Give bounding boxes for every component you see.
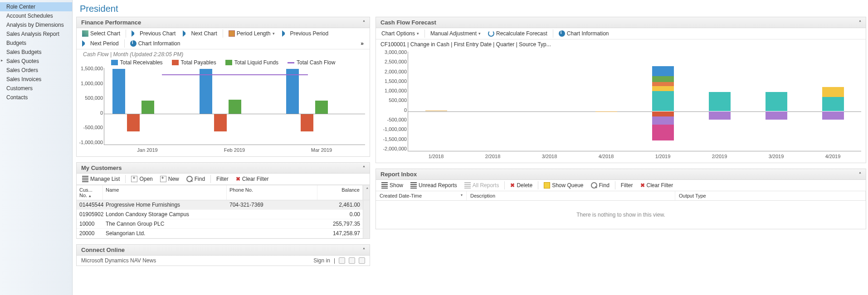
sidebar-item-customers[interactable]: Customers [0, 84, 72, 93]
my-customers-panel: My Customers ˄ Manage List Open New Find… [76, 162, 370, 239]
delete-icon: ✖ [510, 182, 515, 189]
manage-list-button[interactable]: Manage List [79, 175, 122, 183]
nav-news-label: Microsoft Dynamics NAV News [81, 257, 156, 264]
info-icon [130, 40, 137, 47]
next-icon [82, 40, 88, 47]
queue-icon [544, 182, 550, 189]
table-row[interactable]: 20000Selangorian Ltd.147,258.97 [77, 229, 363, 238]
scrollbar-stub[interactable]: ˄ [363, 185, 370, 200]
sidebar-item-budgets[interactable]: Budgets [0, 39, 72, 48]
sidebar-item-sales-budgets[interactable]: Sales Budgets [0, 48, 72, 57]
next-chart-button[interactable]: Next Chart [180, 29, 219, 38]
next-period-button[interactable]: Next Period [79, 39, 122, 48]
sidebar-item-role-center[interactable]: Role Center [0, 2, 72, 11]
previous-period-button[interactable]: Previous Period [279, 29, 332, 38]
unread-icon [410, 182, 417, 189]
finance-chart: 1,500,000 1,000,000 500,000 0 -500,000 -… [77, 66, 370, 156]
recalculate-button[interactable]: Recalculate Forecast [485, 29, 550, 38]
collapse-icon[interactable]: ˄ [363, 247, 365, 252]
column-header-phone[interactable]: Phone No. [227, 185, 317, 200]
share-icon[interactable] [359, 257, 365, 264]
chart-information-button[interactable]: Chart Information [556, 29, 612, 38]
unread-reports-button[interactable]: Unread Reports [408, 181, 460, 189]
sort-icon: ▾ [461, 193, 463, 197]
calendar-icon [229, 30, 235, 37]
finance-toolbar: Select Chart Previous Chart Next Chart P… [77, 28, 370, 49]
new-button[interactable]: New [157, 175, 182, 183]
delete-button[interactable]: ✖Delete [507, 181, 535, 189]
column-header-description[interactable]: Description [467, 191, 675, 200]
sidebar-item-sales-orders[interactable]: Sales Orders [0, 66, 72, 75]
collapse-icon[interactable]: ˄ [363, 165, 365, 170]
select-chart-button[interactable]: Select Chart [79, 29, 123, 38]
cash-chart: 3,000,0002,500,0002,000,0001,500,0001,00… [376, 49, 866, 163]
collapse-icon[interactable]: ˄ [859, 20, 861, 25]
page-title: President [73, 0, 868, 15]
cash-flow-forecast-panel: Cash Flow Forecast ˄ Chart Options Manua… [375, 17, 866, 163]
prev-icon [282, 30, 288, 37]
panel-title: Cash Flow Forecast [380, 19, 436, 26]
finance-performance-panel: Finance Performance ˄ Select Chart Previ… [76, 17, 370, 157]
panel-header: Finance Performance ˄ [77, 17, 370, 28]
customers-toolbar: Manage List Open New Find Filter ✖Clear … [77, 174, 370, 185]
column-header-created[interactable]: Created Date-Time▾ [376, 191, 467, 200]
collapse-icon[interactable]: ˄ [363, 20, 365, 25]
column-header-name[interactable]: Name [103, 185, 227, 200]
clear-filter-icon: ✖ [640, 182, 645, 189]
chart-icon [82, 30, 88, 37]
comment-icon[interactable] [349, 257, 355, 264]
show-icon [381, 182, 388, 189]
open-button[interactable]: Open [128, 175, 155, 183]
sidebar-item-sales-invoices[interactable]: Sales Invoices [0, 75, 72, 84]
sidebar-item-sales-quotes[interactable]: Sales Quotes [0, 57, 72, 66]
all-reports-button[interactable]: All Reports [462, 181, 502, 189]
filter-button[interactable]: Filter [214, 175, 231, 183]
column-header-balance[interactable]: Balance [317, 185, 363, 200]
customers-table-header: Cus... No.▲ Name Phone No. Balance ˄ [77, 185, 370, 200]
find-button[interactable]: Find [184, 175, 208, 183]
legend-swatch [111, 60, 118, 65]
table-row[interactable]: 01445544Progressive Home Furnishings704-… [77, 200, 363, 210]
more-button[interactable]: » [358, 39, 367, 48]
empty-message: There is nothing to show in this view. [376, 201, 866, 229]
column-header-no[interactable]: Cus... No.▲ [77, 185, 103, 200]
cash-subtitle: CF100001 | Change in Cash | First Entry … [376, 39, 866, 49]
sidebar-item-contacts[interactable]: Contacts [0, 93, 72, 102]
show-button[interactable]: Show [379, 181, 406, 189]
panel-title: Connect Online [81, 247, 125, 253]
chart-subtitle: Cash Flow | Month (Updated 2:28:05 PM) [77, 49, 370, 58]
refresh-icon [488, 30, 494, 37]
legend-swatch [172, 60, 179, 65]
filter-button[interactable]: Filter [618, 181, 636, 189]
scrollbar[interactable] [363, 200, 370, 238]
show-queue-button[interactable]: Show Queue [541, 181, 586, 189]
settings-icon[interactable] [339, 257, 345, 264]
sidebar-item-analysis-by-dimensions[interactable]: Analysis by Dimensions [0, 20, 72, 29]
panel-title: Report Inbox [380, 171, 417, 178]
collapse-icon[interactable]: ˄ [859, 172, 861, 177]
period-length-dropdown[interactable]: Period Length [226, 29, 278, 38]
sign-in-link[interactable]: Sign in [313, 257, 330, 264]
table-row[interactable]: 01905902London Candoxy Storage Campus0.0… [77, 210, 363, 219]
connect-online-panel: Connect Online ˄ Microsoft Dynamics NAV … [76, 244, 370, 266]
chart-information-button[interactable]: Chart Information [127, 39, 183, 48]
sidebar-item-sales-analysis-report[interactable]: Sales Analysis Report [0, 29, 72, 39]
find-button[interactable]: Find [588, 181, 612, 189]
chart-options-dropdown[interactable]: Chart Options [379, 29, 422, 38]
list-icon [82, 176, 88, 182]
sidebar: Role Center Account Schedules Analysis b… [0, 0, 73, 295]
clear-filter-button[interactable]: ✖Clear Filter [638, 181, 676, 189]
panel-title: My Customers [81, 164, 122, 171]
clear-filter-icon: ✖ [236, 176, 240, 182]
table-row[interactable]: 10000The Cannon Group PLC255,797.35 [77, 219, 363, 229]
find-icon [591, 182, 597, 189]
previous-chart-button[interactable]: Previous Chart [129, 29, 178, 38]
sidebar-item-account-schedules[interactable]: Account Schedules [0, 11, 72, 20]
clear-filter-button[interactable]: ✖Clear Filter [233, 175, 272, 183]
panel-title: Finance Performance [81, 19, 141, 26]
info-icon [559, 30, 565, 37]
report-table-header: Created Date-Time▾ Description Output Ty… [376, 191, 866, 201]
manual-adjustment-dropdown[interactable]: Manual Adjustment [428, 29, 483, 38]
all-icon [464, 182, 471, 189]
column-header-output-type[interactable]: Output Type [675, 191, 866, 200]
